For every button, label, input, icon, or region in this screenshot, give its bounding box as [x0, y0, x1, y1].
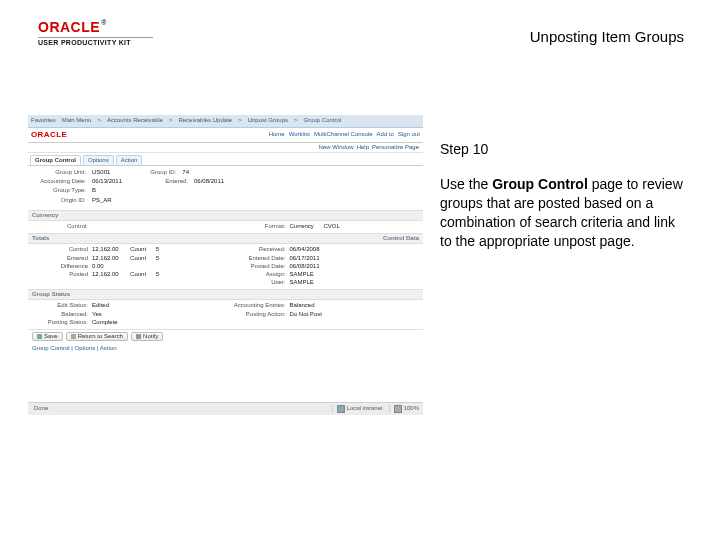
- sec-currency: Currency: [32, 212, 58, 219]
- brand-logo-reg: ®: [101, 19, 107, 26]
- notify-button: Notify: [131, 332, 163, 341]
- value: B: [92, 187, 96, 194]
- label: Balanced:: [32, 311, 88, 318]
- totals-control-block: Control12,162.00 Count 5 Entered12,162.0…: [28, 244, 423, 289]
- instruction-bold: Group Control: [492, 176, 588, 192]
- save-icon: [37, 334, 42, 339]
- label: Posted Date:: [230, 263, 286, 270]
- app-screenshot: Favorites Main Menu > Accounts Receivabl…: [28, 115, 423, 415]
- internet-icon: [337, 405, 345, 413]
- instruction-pre: Use the: [440, 176, 492, 192]
- top-link: Sign out: [398, 131, 420, 138]
- value: 06/13/2011: [92, 178, 122, 185]
- breadcrumb-item: Favorites: [31, 117, 56, 124]
- value: 06/08/2011: [194, 178, 224, 185]
- label: Received:: [230, 246, 286, 253]
- app-subheader: New Window Help Personalize Page: [28, 143, 423, 153]
- tab-bar: Group Control Options Action: [28, 153, 423, 166]
- value: CVOL: [324, 223, 340, 230]
- tab-group-control: Group Control: [30, 155, 81, 165]
- value: 12,162.00: [92, 246, 119, 253]
- section-header: Group Status: [28, 289, 423, 300]
- value: Yes: [92, 311, 102, 318]
- currency-block: Control: Format:Currency CVOL: [28, 221, 423, 233]
- label: Group Type:: [34, 187, 86, 194]
- top-link: Add to: [377, 131, 394, 138]
- form-top: Group Unit: US001 Group ID: 74 Accountin…: [28, 166, 423, 210]
- sub-link: Help: [357, 144, 369, 151]
- tab-options: Options: [83, 155, 114, 165]
- sec-control-data: Control Data: [383, 235, 419, 242]
- button-row: Save Return to Search Notify: [28, 329, 423, 343]
- value: 06/08/2011: [290, 263, 320, 270]
- notify-label: Notify: [143, 333, 158, 340]
- instruction-text: Use the Group Control page to review gro…: [440, 175, 690, 251]
- label: Count: [130, 255, 146, 262]
- label: User:: [230, 279, 286, 286]
- sub-link: New Window: [319, 144, 354, 151]
- control-data-col: Received:06/04/2008 Entered Date:06/17/2…: [230, 246, 420, 287]
- status-zoom: 100%: [389, 405, 419, 413]
- breadcrumb-item: Receivables Update: [178, 117, 232, 124]
- status-zoom-text: 100%: [404, 405, 419, 412]
- app-header-logo: ORACLE: [31, 130, 67, 140]
- label: Accounting Date:: [34, 178, 86, 185]
- top-link: Home: [269, 131, 285, 138]
- breadcrumb-item: Accounts Receivable: [107, 117, 163, 124]
- status-zone-text: Local intranet: [347, 405, 383, 412]
- label: Entered:: [128, 178, 188, 185]
- label: Assign:: [230, 271, 286, 278]
- label: Accounting Entries:: [230, 302, 286, 309]
- brand-logo: ORACLE® USER PRODUCTIVITY KIT: [38, 20, 178, 46]
- breadcrumb-item: Unpost Groups: [248, 117, 288, 124]
- instruction-panel: Step 10 Use the Group Control page to re…: [440, 140, 690, 250]
- breadcrumb: Favorites Main Menu > Accounts Receivabl…: [28, 115, 423, 128]
- sub-link: Personalize Page: [372, 144, 419, 151]
- tab-action: Action: [116, 155, 143, 165]
- label: Count: [130, 246, 146, 253]
- group-status-block: Edit Status:Edited Balanced:Yes Posting …: [28, 300, 423, 329]
- value: 0.00: [92, 263, 104, 270]
- top-link: Worklist: [289, 131, 310, 138]
- step-label: Step 10: [440, 140, 690, 159]
- brand-logo-rule: [38, 37, 153, 38]
- save-label: Save: [44, 333, 58, 340]
- value: SAMPLE: [290, 271, 314, 278]
- label: Difference: [32, 263, 88, 270]
- label: Count: [130, 271, 146, 278]
- label: Edit Status:: [32, 302, 88, 309]
- value: 12,162.00: [92, 255, 119, 262]
- breadcrumb-item: Group Control: [304, 117, 342, 124]
- value: US001: [92, 169, 110, 176]
- value: Balanced: [290, 302, 315, 309]
- sec-group-status: Group Status: [32, 291, 70, 298]
- brand-logo-word: ORACLE: [38, 19, 100, 35]
- app-header-links: Home Worklist MultiChannel Console Add t…: [269, 131, 420, 138]
- value: Complete: [92, 319, 118, 326]
- label: Group Unit:: [34, 169, 86, 176]
- value: 06/04/2008: [290, 246, 320, 253]
- notify-icon: [136, 334, 141, 339]
- value: Currency: [290, 223, 314, 230]
- breadcrumb-item: Main Menu: [62, 117, 92, 124]
- footer-links: Group Control | Options | Action: [28, 343, 423, 354]
- value: 5: [156, 271, 159, 278]
- return-icon: [71, 334, 76, 339]
- totals-col: Control12,162.00 Count 5 Entered12,162.0…: [32, 246, 222, 287]
- sec-totals: Totals: [32, 235, 49, 242]
- label: Entered: [32, 255, 88, 262]
- save-button: Save: [32, 332, 63, 341]
- status-bar: Done Local intranet 100%: [28, 402, 423, 415]
- value: 12,162.00: [92, 271, 119, 278]
- label: Entered Date:: [230, 255, 286, 262]
- section-header: Currency: [28, 210, 423, 221]
- breadcrumb-sep: >: [97, 117, 101, 124]
- value: 5: [156, 255, 159, 262]
- label: Control: [32, 246, 88, 253]
- label: Posting Action:: [230, 311, 286, 318]
- value: 06/17/2011: [290, 255, 320, 262]
- value: Edited: [92, 302, 109, 309]
- brand-logo-text: ORACLE®: [38, 20, 178, 34]
- value: SAMPLE: [290, 279, 314, 286]
- section-header: Totals Control Data: [28, 233, 423, 244]
